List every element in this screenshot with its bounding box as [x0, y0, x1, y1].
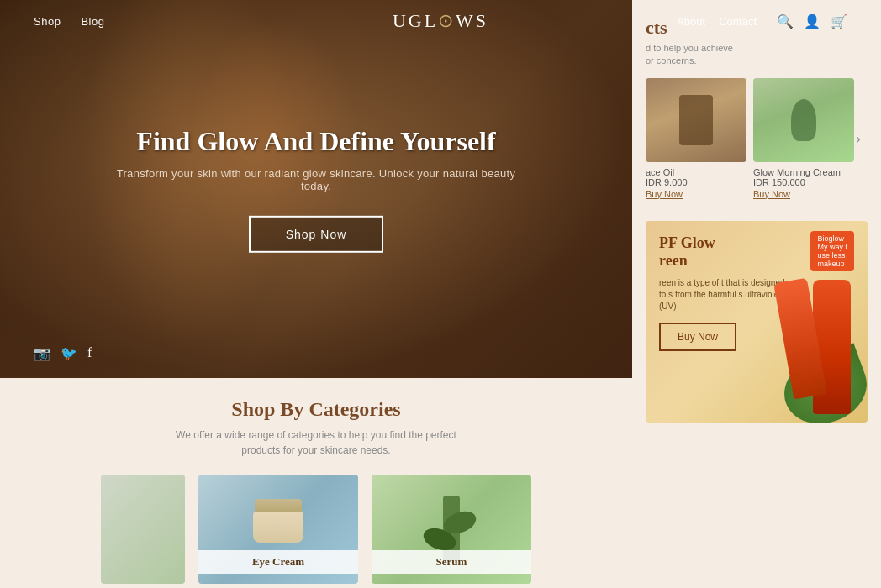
nav-logo[interactable]: UGL⊙WS: [393, 10, 488, 32]
product-card-2: Glow Morning Cream IDR 150.000 Buy Now: [753, 78, 854, 199]
category-label-serum: Serum: [372, 550, 531, 574]
nav-blog-link[interactable]: Blog: [81, 15, 104, 28]
product-name-1: ace Oil: [646, 167, 746, 177]
instagram-icon[interactable]: 📷: [34, 345, 50, 361]
nav-left: Shop Blog: [34, 15, 104, 28]
category-card-partial[interactable]: [101, 475, 185, 584]
logo-accent: ⊙: [438, 10, 456, 31]
spf-description: reen is a type of t that is designed to …: [659, 277, 785, 312]
nav-right: About Contact: [677, 15, 757, 28]
navbar: Shop Blog UGL⊙WS About Contact 🔍 👤 🛒: [0, 0, 881, 42]
nav-shop-link[interactable]: Shop: [34, 15, 61, 28]
jar-decoration: [253, 509, 303, 543]
spf-badge: BioglowMy way tuse lessmakeup: [810, 231, 854, 271]
product-price-2: IDR 150.000: [753, 177, 854, 187]
product-card-1: ace Oil IDR 9.000 Buy Now: [646, 78, 746, 199]
shop-now-button[interactable]: Shop Now: [249, 216, 384, 253]
category-card-eye-cream[interactable]: Eye Cream: [198, 475, 358, 584]
product-buy-2[interactable]: Buy Now: [753, 189, 854, 199]
user-icon[interactable]: 👤: [804, 13, 820, 29]
search-icon[interactable]: 🔍: [777, 13, 794, 29]
cart-icon[interactable]: 🛒: [831, 13, 847, 29]
hero-subtitle: Transform your skin with our radiant glo…: [114, 167, 518, 192]
nav-icons: 🔍 👤 🛒: [777, 13, 847, 29]
nav-contact-link[interactable]: Contact: [719, 15, 757, 28]
hero-section: Find Glow And Define Yourself Transform …: [0, 0, 632, 378]
product-cards-row: ace Oil IDR 9.000 Buy Now Glow Morning C…: [646, 78, 868, 199]
jar-lid: [255, 499, 302, 512]
product-cards-container: ace Oil IDR 9.000 Buy Now Glow Morning C…: [646, 78, 868, 199]
right-panel: cts d to help you achieve or concerns. a…: [632, 0, 881, 588]
spf-glow-section: BioglowMy way tuse lessmakeup PF Glow re…: [646, 221, 868, 423]
nav-about-link[interactable]: About: [677, 15, 705, 28]
product-price-1: IDR 9.000: [646, 177, 746, 187]
product-image-1: [646, 78, 746, 162]
twitter-icon[interactable]: 🐦: [61, 345, 77, 361]
category-label-eye-cream: Eye Cream: [198, 550, 358, 574]
spf-buy-now-button[interactable]: Buy Now: [659, 323, 736, 351]
hero-content: Find Glow And Define Yourself Transform …: [114, 125, 518, 253]
products-next-chevron[interactable]: ›: [856, 129, 861, 147]
featured-section-subtitle: d to help you achieve or concerns.: [646, 42, 868, 68]
product-image-2: [753, 78, 854, 162]
category-cards: Eye Cream Serum: [34, 475, 599, 584]
hero-title: Find Glow And Define Yourself: [114, 125, 518, 157]
categories-subtitle: We offer a wide range of categories to h…: [173, 428, 459, 458]
categories-section: Shop By Categories We offer a wide range…: [0, 378, 632, 588]
social-icons: 📷 🐦 f: [34, 345, 92, 361]
facebook-icon[interactable]: f: [87, 345, 92, 361]
categories-title: Shop By Categories: [34, 398, 599, 421]
product-buy-1[interactable]: Buy Now: [646, 189, 746, 199]
product-name-2: Glow Morning Cream: [753, 167, 854, 177]
category-card-serum[interactable]: Serum: [372, 475, 531, 584]
